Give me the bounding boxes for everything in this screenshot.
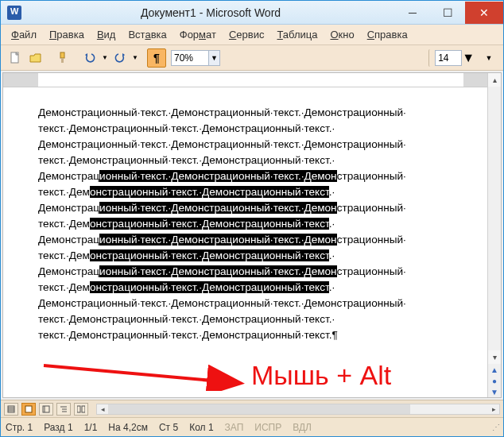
menu-edit[interactable]: Правка <box>44 26 90 43</box>
menu-table[interactable]: Таблица <box>271 26 323 43</box>
minimize-button[interactable]: ─ <box>395 2 430 24</box>
menu-file[interactable]: Файл <box>6 26 42 43</box>
menu-view[interactable]: Вид <box>91 26 122 43</box>
status-ext: ВДЛ <box>293 422 312 433</box>
print-layout-view-button[interactable] <box>21 403 36 416</box>
next-page-button[interactable]: ▼ <box>488 386 501 397</box>
svg-rect-8 <box>43 406 49 412</box>
undo-dropdown[interactable]: ▼ <box>101 48 109 68</box>
scroll-right-button[interactable]: ▸ <box>488 404 499 414</box>
select-browse-object[interactable]: ● <box>488 375 501 386</box>
redo-dropdown[interactable]: ▼ <box>131 48 139 68</box>
svg-rect-1 <box>60 52 64 58</box>
maximize-button[interactable]: ☐ <box>430 2 465 24</box>
reading-layout-view-button[interactable] <box>74 403 88 416</box>
web-layout-view-button[interactable] <box>39 403 53 416</box>
resize-grip-icon[interactable]: ⋰ <box>492 423 498 431</box>
menubar: Файл Правка Вид Вставка Формат Сервис Та… <box>1 25 503 45</box>
scroll-left-button[interactable]: ◂ <box>97 404 108 414</box>
window-title: Документ1 - Microsoft Word <box>26 6 395 19</box>
svg-rect-14 <box>82 406 85 412</box>
app-icon <box>7 6 21 20</box>
format-painter-button[interactable] <box>53 48 72 68</box>
new-doc-button[interactable] <box>6 48 25 68</box>
menu-format[interactable]: Формат <box>174 26 222 43</box>
toolbar-overflow[interactable]: ▼ <box>479 48 498 68</box>
font-size-input[interactable] <box>435 50 462 66</box>
menu-help[interactable]: Справка <box>362 26 413 43</box>
status-col: Кол 1 <box>189 422 213 433</box>
status-pages: 1/1 <box>84 422 98 433</box>
zoom-input[interactable] <box>171 50 209 66</box>
status-section: Разд 1 <box>44 422 72 433</box>
svg-rect-2 <box>61 58 64 63</box>
status-page: Стр. 1 <box>6 422 33 433</box>
normal-view-button[interactable] <box>4 403 18 416</box>
redo-button[interactable] <box>110 48 130 68</box>
document-page[interactable]: Демонстрационный·текст.·Демонстрационный… <box>3 87 487 397</box>
titlebar: Документ1 - Microsoft Word ─ ☐ ✕ <box>1 1 503 25</box>
view-bar: ◂ ▸ <box>1 400 503 417</box>
close-button[interactable]: ✕ <box>465 2 503 24</box>
horizontal-ruler[interactable] <box>3 73 487 87</box>
scroll-up-button[interactable]: ▴ <box>488 73 501 87</box>
status-line: Ст 5 <box>159 422 178 433</box>
show-formatting-button[interactable]: ¶ <box>147 48 166 68</box>
horizontal-scrollbar[interactable]: ◂ ▸ <box>96 404 500 415</box>
status-bar: Стр. 1 Разд 1 1/1 На 4,2см Ст 5 Кол 1 ЗА… <box>1 417 503 436</box>
outline-view-button[interactable] <box>56 403 71 416</box>
status-at: На 4,2см <box>108 422 148 433</box>
svg-rect-7 <box>25 406 32 412</box>
menu-window[interactable]: Окно <box>324 26 359 43</box>
prev-page-button[interactable]: ▲ <box>488 364 501 375</box>
scroll-down-button[interactable]: ▾ <box>488 350 501 364</box>
font-size-dropdown[interactable]: ▼ <box>462 51 475 65</box>
vertical-scrollbar[interactable]: ▴ ▾ ▲ ● ▼ <box>487 73 501 397</box>
undo-button[interactable] <box>80 48 99 68</box>
svg-rect-13 <box>77 406 80 412</box>
status-trk: ИСПР <box>254 422 281 433</box>
open-button[interactable] <box>26 48 45 68</box>
zoom-dropdown[interactable]: ▼ <box>209 50 220 66</box>
toolbar: ▼ ▼ ¶ ▼ ▼ ▼ <box>1 45 503 71</box>
menu-insert[interactable]: Вставка <box>122 26 172 43</box>
menu-tools[interactable]: Сервис <box>223 26 270 43</box>
status-rec: ЗАП <box>225 422 244 433</box>
